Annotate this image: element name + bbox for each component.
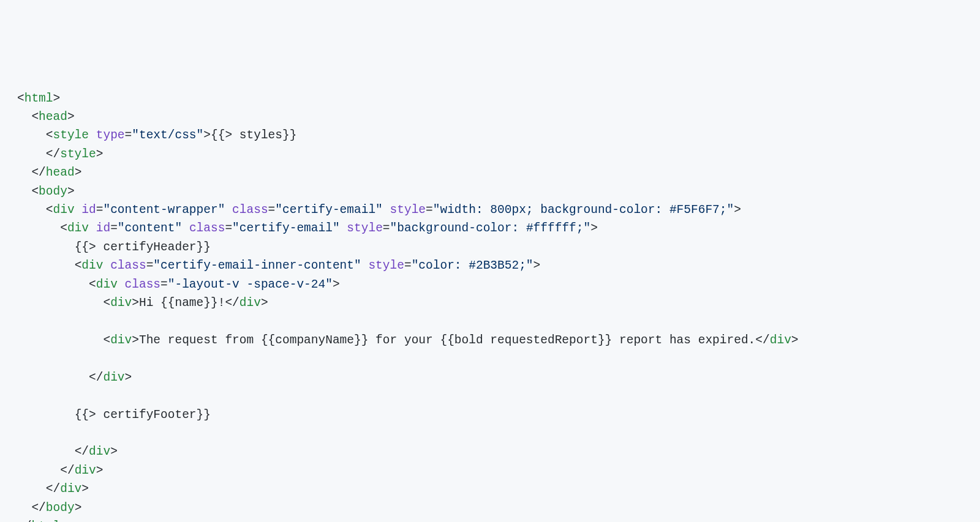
token-text: {{> certifyHeader}} [75,240,211,254]
token-tag: div [53,203,75,217]
code-line: <div class="-layout-v -space-v-24"> [17,278,340,291]
code-line: </body> [17,501,81,515]
token-text: The request from {{companyName}} for you… [139,334,755,347]
token-punct: < [75,259,82,272]
token-text [118,278,125,291]
token-text [182,222,189,235]
token-attr-name: class [189,222,225,235]
token-punct: > [96,147,104,161]
token-attr-value: "certify-email-inner-content" [153,259,361,272]
token-tag: head [46,166,75,179]
token-attr-name: style [347,222,383,235]
token-punct: < [103,334,110,347]
token-punct: > [261,296,268,310]
code-line: </div> [17,445,118,458]
token-punct: = [160,278,168,291]
token-attr-value: "content" [118,222,182,235]
token-punct: > [333,278,340,291]
token-attr-value: "text/css" [132,129,203,142]
token-attr-name: id [81,203,96,217]
token-text: {{> styles}} [211,129,296,142]
token-punct: </ [46,482,60,496]
token-punct: </ [46,147,60,161]
code-line: {{> certifyFooter}} [17,408,211,422]
token-tag: html [31,520,60,522]
token-attr-value: "color: #2B3B52;" [412,259,533,272]
token-punct: > [81,482,89,496]
token-attr-name: class [110,259,146,272]
token-text [383,203,390,217]
token-punct: </ [31,501,45,515]
token-text [89,222,96,235]
token-attr-value: "certify-email" [232,222,340,235]
token-punct: = [383,222,390,235]
token-text [89,129,96,142]
code-line: <style type="text/css">{{> styles}} [17,129,296,142]
token-tag: body [46,501,75,515]
code-line: <div id="content" class="certify-email" … [17,222,598,235]
token-punct: > [67,110,75,124]
token-attr-value: "content-wrapper" [103,203,225,217]
token-attr-value: "width: 800px; background-color: #F5F6F7… [433,203,734,217]
token-punct: < [89,278,96,291]
token-text: Hi {{name}}! [139,296,225,310]
token-punct: > [75,501,82,515]
token-punct: > [67,185,75,198]
token-attr-name: style [390,203,426,217]
token-tag: style [53,129,89,142]
code-line: </html> [17,520,67,522]
token-punct: > [734,203,741,217]
code-line: <body> [17,185,75,198]
token-attr-name: class [232,203,268,217]
code-line: <head> [17,110,75,124]
token-punct: </ [60,464,74,477]
token-punct: </ [31,166,45,179]
token-tag: html [24,92,53,105]
token-punct: < [17,92,24,105]
token-punct: > [53,92,61,105]
token-attr-name: style [368,259,404,272]
token-punct: = [96,203,104,217]
token-punct: > [590,222,598,235]
code-line: {{> certifyHeader}} [17,240,211,254]
token-punct: < [46,203,53,217]
code-line: </div> [17,482,89,496]
token-attr-name: type [96,129,125,142]
token-punct: </ [75,445,89,458]
token-punct: > [125,371,132,384]
code-line: <div id="content-wrapper" class="certify… [17,203,741,217]
token-tag: div [67,222,89,235]
code-snippet: <html> <head> <style type="text/css">{{>… [17,89,963,522]
token-tag: div [60,482,81,496]
token-text [225,203,232,217]
token-punct: = [426,203,433,217]
token-attr-value: "background-color: #ffffff;" [390,222,591,235]
token-attr-name: id [96,222,110,235]
token-tag: div [89,445,110,458]
token-punct: > [96,464,104,477]
code-line: <div>The request from {{companyName}} fo… [17,334,799,347]
token-punct: > [132,334,139,347]
code-line: <div class="certify-email-inner-content"… [17,259,540,272]
token-attr-name: class [125,278,161,291]
token-tag: div [110,334,132,347]
token-punct: </ [89,371,103,384]
token-punct: > [791,334,799,347]
token-attr-value: "-layout-v -space-v-24" [168,278,333,291]
code-line: </head> [17,166,81,179]
token-punct: = [268,203,276,217]
token-punct: > [203,129,211,142]
token-text [340,222,347,235]
token-punct: = [125,129,132,142]
token-punct: < [31,110,39,124]
code-line: </style> [17,147,103,161]
token-punct: = [110,222,118,235]
token-punct: </ [225,296,239,310]
token-text [361,259,369,272]
token-tag: div [96,278,118,291]
token-punct: < [46,129,53,142]
token-text [103,259,110,272]
token-punct: < [103,296,110,310]
token-punct: > [60,520,67,522]
token-punct: = [146,259,154,272]
